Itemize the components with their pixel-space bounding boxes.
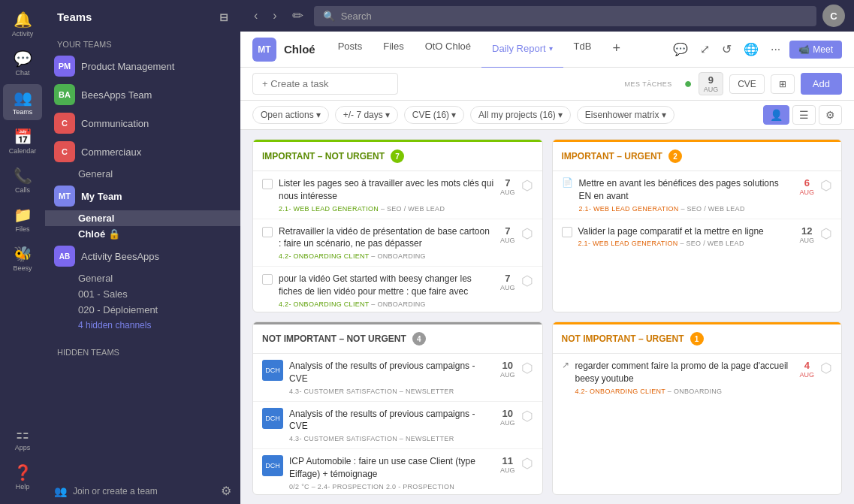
chat-action-button[interactable]: 💬 — [670, 39, 691, 59]
hexagon-icon[interactable]: ⬡ — [820, 225, 832, 242]
globe-button[interactable]: 🌐 — [741, 39, 762, 59]
cve-filter[interactable]: CVE (16) ▾ — [404, 106, 464, 124]
chevron-down-icon-4: ▾ — [558, 110, 563, 120]
calls-icon: 📞 — [14, 167, 32, 185]
task-title: Mettre en avant les bénéfices des pages … — [579, 177, 794, 203]
eisenhower-filter[interactable]: Eisenhower matrix ▾ — [577, 106, 674, 124]
more-button[interactable]: ··· — [768, 40, 783, 59]
team-item-beesapps[interactable]: BA BeesApps Team ··· — [45, 80, 240, 109]
hexagon-icon[interactable]: ⬡ — [820, 177, 832, 194]
projects-filter[interactable]: All my projects (16) ▾ — [470, 106, 571, 124]
col-count-important-urgent: 2 — [668, 149, 682, 163]
task-checkbox[interactable] — [262, 274, 273, 285]
tab-oto[interactable]: OtO Chloé — [415, 30, 481, 68]
task-checkbox[interactable] — [262, 227, 273, 237]
avatar-commerciaux: C — [54, 141, 75, 162]
teams-label: Teams — [13, 108, 33, 116]
channel-deploiement[interactable]: 020 - Déploiement — [45, 302, 240, 318]
hexagon-icon[interactable]: ⬡ — [521, 273, 533, 289]
view-settings-button[interactable]: ⚙ — [819, 105, 842, 125]
days-range-filter[interactable]: +/- 7 days ▾ — [335, 106, 398, 124]
hexagon-icon[interactable]: ⬡ — [521, 225, 533, 242]
team-item-myteam[interactable]: MT My Team ··· — [45, 182, 240, 210]
grid-view-button[interactable]: ⊞ — [771, 74, 795, 94]
search-input[interactable] — [341, 11, 807, 22]
sidebar-item-chat[interactable]: 💬 Chat — [3, 45, 42, 81]
col-count-not-important-not-urgent: 4 — [412, 332, 426, 346]
column-important-urgent: IMPORTANT – URGENT 2 📄 Mettre en avant l… — [552, 139, 843, 312]
hexagon-icon[interactable]: ⬡ — [521, 177, 533, 194]
team-item-communication[interactable]: C Communication ··· — [45, 109, 240, 137]
col-title-important-not-urgent: IMPORTANT – NOT URGENT — [262, 151, 385, 161]
sidebar-item-files[interactable]: 📁 Files — [3, 201, 42, 237]
profile-avatar[interactable]: C — [822, 5, 845, 27]
open-actions-filter[interactable]: Open actions ▾ — [252, 106, 329, 124]
task-checkbox[interactable] — [562, 227, 572, 237]
task-checkbox[interactable] — [262, 179, 273, 189]
task-content: Lister les pages seo à travailler avec l… — [279, 177, 494, 213]
avatar-activity-beesapps: AB — [54, 246, 75, 267]
hidden-channels[interactable]: 4 hidden channels — [45, 318, 240, 333]
compose-button[interactable]: ✏ — [288, 5, 308, 27]
add-button[interactable]: Add — [801, 73, 842, 95]
create-task-input[interactable] — [252, 73, 398, 95]
sidebar-item-calendar[interactable]: 📅 Calendar — [3, 123, 42, 159]
tab-tdb[interactable]: TdB — [563, 30, 602, 68]
hexagon-icon[interactable]: ⬡ — [521, 455, 533, 472]
nav-forward-button[interactable]: › — [268, 6, 281, 26]
people-icon: 👥 — [54, 485, 67, 497]
tab-daily-report[interactable]: Daily Report ▾ — [481, 30, 563, 68]
view-list-button[interactable]: ☰ — [792, 105, 816, 125]
tab-posts[interactable]: Posts — [327, 30, 373, 68]
expand-button[interactable]: ⤢ — [697, 39, 713, 59]
task-tag: 2.1- WEB LEAD GENERATION – SEO / WEB LEA… — [279, 205, 494, 213]
sidebar-item-apps[interactable]: ⚏ Apps — [3, 420, 42, 456]
tab-files[interactable]: Files — [373, 30, 414, 68]
beesy-label: Beesy — [13, 264, 32, 272]
table-row: DCH ICP Automobile : faire un use case C… — [253, 449, 542, 495]
team-item-pm[interactable]: PM Product Management ··· — [45, 52, 240, 80]
task-date: 11 AUG — [500, 455, 515, 474]
table-row: Lister les pages seo à travailler avec l… — [253, 171, 542, 219]
table-row: DCH Analysis of the results of previous … — [253, 402, 542, 450]
col-title-not-important-urgent: NOT IMPORTANT – URGENT — [562, 333, 684, 344]
col-header-important-urgent: IMPORTANT – URGENT 2 — [553, 140, 842, 171]
sidebar-item-teams[interactable]: 👥 Teams — [3, 84, 42, 120]
channel-general-ab[interactable]: General — [45, 270, 240, 286]
calendar-icon: 📅 — [14, 128, 32, 146]
filters-bar: Open actions ▾ +/- 7 days ▾ CVE (16) ▾ A… — [240, 101, 854, 130]
meet-button[interactable]: 📹 Meet — [789, 41, 842, 59]
column-not-important-urgent: NOT IMPORTANT – URGENT 1 ↗ regarder comm… — [552, 321, 843, 495]
sidebar-item-beesy[interactable]: 🐝 Beesy — [3, 240, 42, 276]
join-create-team-button[interactable]: Join or create a team — [73, 486, 215, 496]
team-item-commerciaux[interactable]: C Commerciaux ··· — [45, 137, 240, 166]
channel-general-commerciaux[interactable]: General — [45, 166, 240, 182]
flag-icon: 📄 — [562, 177, 573, 188]
col-title-not-important-not-urgent: NOT IMPORTANT – NOT URGENT — [262, 333, 406, 344]
tab-add[interactable]: + — [602, 30, 631, 68]
team-item-activity-beesapps[interactable]: AB Activity BeesApps ··· — [45, 242, 240, 270]
hexagon-icon[interactable]: ⬡ — [521, 360, 533, 376]
mes-taches-label: MES TÂCHES — [624, 80, 671, 88]
task-bar: MES TÂCHES ● 9 AUG CVE ⊞ Add — [240, 68, 854, 101]
filter-icon[interactable]: ⊟ — [219, 11, 228, 23]
green-dot-icon: ● — [684, 76, 693, 92]
channel-chloe[interactable]: Chloé 🔒 — [45, 226, 240, 242]
refresh-button[interactable]: ↺ — [719, 39, 735, 59]
task-content: Analysis of the results of previous camp… — [289, 408, 494, 443]
cve-button[interactable]: CVE — [729, 74, 765, 94]
task-tag: 4.3- CUSTOMER SATISFACTION – NEWSLETTER — [289, 435, 494, 442]
settings-icon[interactable]: ⚙ — [221, 484, 231, 498]
channel-tabs: Posts Files OtO Chloé Daily Report ▾ TdB… — [327, 30, 670, 68]
channel-sales[interactable]: 001 - Sales — [45, 286, 240, 302]
nav-back-button[interactable]: ‹ — [249, 6, 262, 26]
channel-general-myteam[interactable]: General — [45, 210, 240, 226]
hexagon-icon[interactable]: ⬡ — [820, 360, 832, 376]
view-user-button[interactable]: 👤 — [763, 105, 789, 125]
sidebar-item-calls[interactable]: 📞 Calls — [3, 162, 42, 198]
activity-icon: 🔔 — [14, 11, 32, 29]
sidebar-item-help[interactable]: ❓ Help — [3, 459, 42, 495]
hexagon-icon[interactable]: ⬡ — [521, 408, 533, 424]
task-date: 7 AUG — [500, 177, 515, 196]
sidebar-item-activity[interactable]: 🔔 Activity — [3, 6, 42, 42]
